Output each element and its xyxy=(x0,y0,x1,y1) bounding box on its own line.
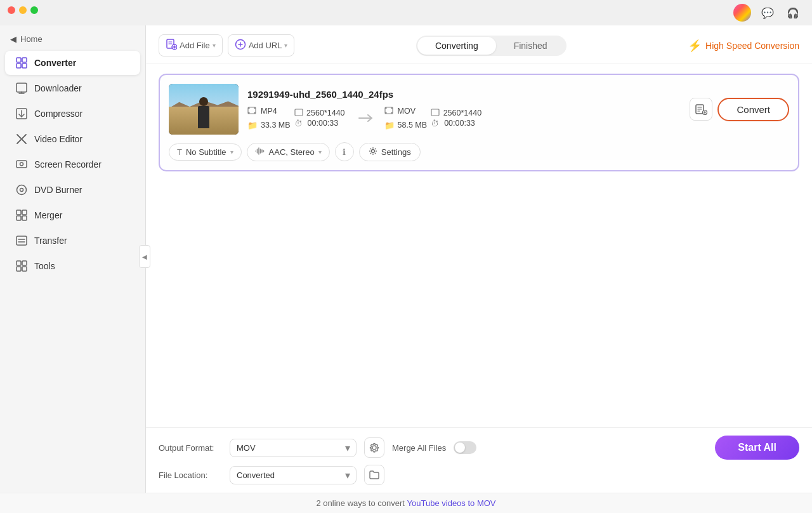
sidebar-item-label-screen-recorder: Screen Recorder xyxy=(34,159,102,170)
svg-rect-41 xyxy=(295,109,303,116)
sidebar-item-label-dvd-burner: DVD Burner xyxy=(34,185,82,195)
svg-rect-12 xyxy=(16,161,27,168)
sidebar-item-dvd-burner[interactable]: DVD Burner xyxy=(5,178,140,202)
high-speed-label: High Speed Conversion xyxy=(705,41,799,51)
ad-bar: 2 online ways to convert YouTube videos … xyxy=(0,493,812,513)
file-location-select-wrapper[interactable]: Converted Downloads Desktop xyxy=(230,466,357,484)
audio-dropdown[interactable]: AAC, Stereo ▾ xyxy=(247,143,330,161)
svg-rect-37 xyxy=(248,107,250,109)
file-thumbnail xyxy=(169,84,239,135)
file-location-row: File Location: Converted Downloads Deskt… xyxy=(159,465,799,485)
sidebar-item-screen-recorder[interactable]: Screen Recorder xyxy=(5,152,140,177)
subtitle-chevron-icon: ▾ xyxy=(230,149,233,156)
svg-rect-40 xyxy=(254,112,256,114)
top-system-bar: 💬 🎧 xyxy=(0,0,812,25)
add-file-label: Add File xyxy=(180,41,210,50)
lightning-icon: ⚡ xyxy=(688,39,702,53)
message-icon[interactable]: 💬 xyxy=(759,4,776,22)
file-name: 19291949-uhd_2560_1440_24fps xyxy=(247,89,673,100)
sidebar-item-downloader[interactable]: Downloader xyxy=(5,76,140,100)
sidebar-item-label-compressor: Compressor xyxy=(34,109,82,119)
merge-all-toggle[interactable] xyxy=(454,441,476,454)
chevron-left-icon: ◀ xyxy=(10,34,16,44)
transfer-icon xyxy=(15,234,28,247)
camera-settings-button[interactable] xyxy=(364,437,384,458)
source-resolution: 2560*1440 xyxy=(306,109,344,117)
info-icon: ℹ xyxy=(343,147,346,157)
add-file-button[interactable]: Add File ▾ xyxy=(159,34,223,57)
screen-recorder-icon xyxy=(15,158,28,171)
subtitle-dropdown[interactable]: T No Subtitle ▾ xyxy=(169,143,242,161)
toggle-knob xyxy=(455,443,465,453)
sidebar-item-tools[interactable]: Tools xyxy=(5,254,140,278)
sidebar-home[interactable]: ◀ Home xyxy=(0,30,145,50)
svg-rect-0 xyxy=(16,58,21,62)
info-button[interactable]: ℹ xyxy=(335,142,354,161)
svg-rect-25 xyxy=(16,267,21,271)
svg-rect-23 xyxy=(16,261,21,265)
audio-wave-icon xyxy=(255,147,265,157)
file-settings-icon-btn[interactable] xyxy=(690,98,712,121)
resolution-icon-src xyxy=(294,108,304,119)
output-format-select[interactable]: MOV MP4 AVI MKV xyxy=(230,439,357,457)
audio-chevron-icon: ▾ xyxy=(318,149,322,156)
target-format: MOV xyxy=(398,107,416,116)
target-duration-row: ⏱ 00:00:33 xyxy=(431,119,481,128)
file-list: 19291949-uhd_2560_1440_24fps xyxy=(146,63,812,427)
svg-rect-44 xyxy=(385,107,387,109)
sidebar-collapse-button[interactable]: ◀ xyxy=(139,245,150,268)
avatar-icon[interactable] xyxy=(733,4,751,22)
svg-line-11 xyxy=(17,140,21,143)
subtitle-text-icon: T xyxy=(177,147,182,157)
start-all-button[interactable]: Start All xyxy=(715,436,799,460)
traffic-light-yellow[interactable] xyxy=(19,6,27,14)
svg-rect-45 xyxy=(391,107,393,109)
svg-rect-18 xyxy=(16,216,21,220)
add-file-dropdown-icon: ▾ xyxy=(213,42,216,49)
source-format: MP4 xyxy=(261,107,277,116)
source-size: 33.3 MB xyxy=(261,121,291,130)
traffic-light-green[interactable] xyxy=(30,6,38,14)
add-url-label: Add URL xyxy=(249,41,282,50)
merger-icon xyxy=(15,209,28,222)
svg-rect-1 xyxy=(22,58,27,62)
system-icons: 💬 🎧 xyxy=(733,4,802,22)
file-location-select[interactable]: Converted Downloads Desktop xyxy=(230,466,357,484)
browse-folder-button[interactable] xyxy=(364,465,384,485)
target-size-row: 📁 58.5 MB xyxy=(384,121,428,130)
source-resolution-row: 2560*1440 xyxy=(294,108,345,119)
output-format-select-wrapper[interactable]: MOV MP4 AVI MKV xyxy=(230,439,357,457)
convert-button[interactable]: Convert xyxy=(717,98,789,121)
sidebar-item-transfer[interactable]: Transfer xyxy=(5,229,140,253)
headphone-icon[interactable]: 🎧 xyxy=(784,4,802,22)
add-url-dropdown-icon: ▾ xyxy=(284,42,287,49)
high-speed-conversion[interactable]: ⚡ High Speed Conversion xyxy=(688,39,799,53)
tab-converting[interactable]: Converting xyxy=(417,37,496,55)
svg-rect-26 xyxy=(22,267,27,271)
tab-finished[interactable]: Finished xyxy=(496,37,565,55)
settings-button[interactable]: Settings xyxy=(359,143,421,161)
traffic-light-red[interactable] xyxy=(8,6,15,14)
target-meta: MOV 📁 58.5 MB xyxy=(384,106,428,130)
sidebar-item-video-editor[interactable]: Video Editor xyxy=(5,127,140,151)
bottom-bar: Output Format: MOV MP4 AVI MKV xyxy=(146,427,812,493)
output-format-row: Output Format: MOV MP4 AVI MKV xyxy=(159,436,799,460)
content-header: Add File ▾ Add URL ▾ xyxy=(146,25,812,63)
sidebar: ◀ Home Converter xyxy=(0,25,146,493)
target-size: 58.5 MB xyxy=(398,121,428,130)
add-url-button[interactable]: Add URL ▾ xyxy=(228,34,295,57)
sidebar-item-converter[interactable]: Converter xyxy=(5,51,140,75)
svg-rect-3 xyxy=(22,63,27,68)
sidebar-item-label-video-editor: Video Editor xyxy=(34,134,82,144)
sidebar-item-compressor[interactable]: Compressor xyxy=(5,102,140,126)
ad-link[interactable]: YouTube videos to MOV xyxy=(407,498,496,508)
file-location-label: File Location: xyxy=(159,470,222,480)
svg-rect-16 xyxy=(16,210,21,215)
merge-all-label: Merge All Files xyxy=(392,443,446,453)
source-format-row: MP4 xyxy=(247,106,291,117)
settings-label: Settings xyxy=(381,147,411,157)
svg-rect-19 xyxy=(22,216,27,220)
sidebar-item-merger[interactable]: Merger xyxy=(5,203,140,227)
sidebar-item-label-downloader: Downloader xyxy=(34,83,82,93)
clock-icon-tgt: ⏱ xyxy=(431,119,441,128)
